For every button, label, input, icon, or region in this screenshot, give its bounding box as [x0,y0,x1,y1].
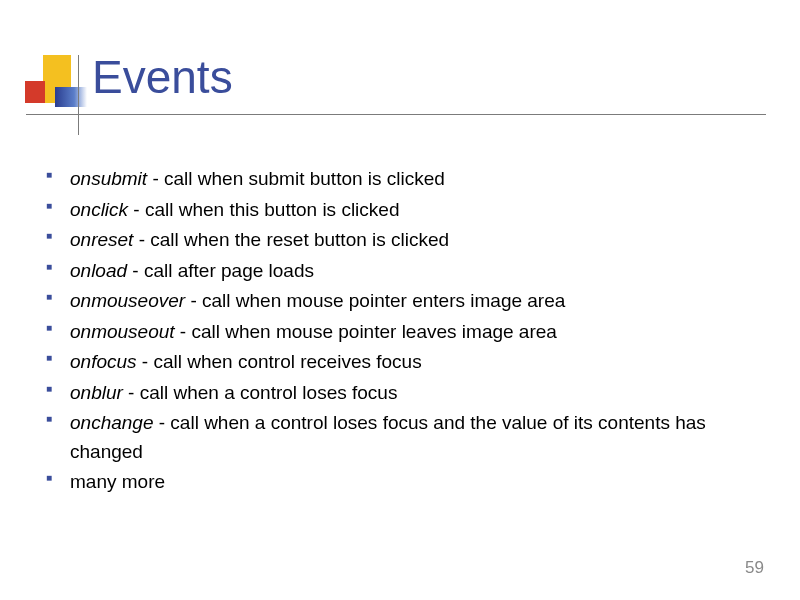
list-item: onmouseout - call when mouse pointer lea… [44,318,760,347]
event-desc: - call when mouse pointer leaves image a… [175,321,557,342]
event-name: onreset [70,229,133,250]
event-desc: many more [70,471,165,492]
list-item: onmouseover - call when mouse pointer en… [44,287,760,316]
slide-decoration [25,55,85,115]
decoration-blue [55,87,87,107]
list-item: onblur - call when a control loses focus [44,379,760,408]
event-desc: - call when submit button is clicked [147,168,445,189]
event-list: onsubmit - call when submit button is cl… [44,165,760,497]
event-name: onload [70,260,127,281]
event-name: onfocus [70,351,137,372]
list-item: onfocus - call when control receives foc… [44,348,760,377]
list-item: onclick - call when this button is click… [44,196,760,225]
event-desc: - call after page loads [127,260,314,281]
list-item: onload - call after page loads [44,257,760,286]
event-name: onmouseover [70,290,185,311]
event-desc: - call when a control loses focus and th… [70,412,706,462]
decoration-line-horizontal [26,114,766,115]
page-number: 59 [745,558,764,578]
event-desc: - call when control receives focus [137,351,422,372]
event-name: onclick [70,199,128,220]
slide-title: Events [92,50,233,104]
list-item: onreset - call when the reset button is … [44,226,760,255]
event-desc: - call when this button is clicked [128,199,399,220]
decoration-line-vertical [78,55,79,135]
list-item: onsubmit - call when submit button is cl… [44,165,760,194]
event-name: onblur [70,382,123,403]
event-desc: - call when a control loses focus [123,382,398,403]
event-name: onchange [70,412,153,433]
event-desc: - call when mouse pointer enters image a… [185,290,565,311]
event-name: onmouseout [70,321,175,342]
event-desc: - call when the reset button is clicked [133,229,449,250]
slide-content: onsubmit - call when submit button is cl… [44,165,760,499]
list-item: onchange - call when a control loses foc… [44,409,760,466]
decoration-red [25,81,45,103]
list-item: many more [44,468,760,497]
event-name: onsubmit [70,168,147,189]
